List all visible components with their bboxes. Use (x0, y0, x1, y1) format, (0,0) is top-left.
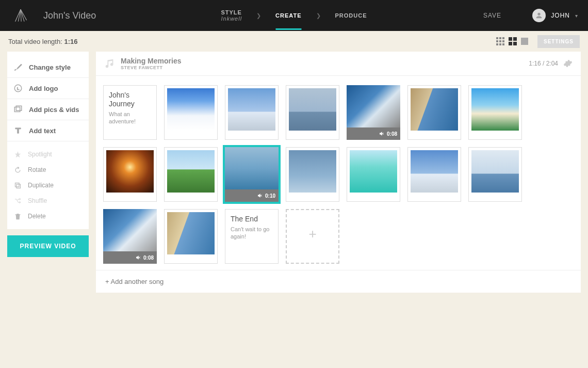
top-bar: John's Video STYLE Inkwell ❯ CREATE ❯ PR… (0, 0, 588, 31)
user-name: JOHN (551, 12, 570, 19)
gear-icon[interactable] (563, 59, 573, 68)
plus-icon: + (308, 226, 316, 242)
view-small-grid-icon[interactable] (496, 37, 504, 45)
subheader: Total video length: 1:16 SETTINGS (0, 31, 588, 52)
clip-photo[interactable] (468, 147, 522, 202)
sidebar-spotlight: Spotlight (7, 147, 89, 162)
user-menu[interactable]: JOHN ▾ (532, 9, 578, 22)
sidebar-duplicate[interactable]: Duplicate (7, 178, 89, 193)
avatar-icon (532, 9, 546, 22)
song-artist: STEVE FAWCETT (121, 65, 181, 70)
storyboard-panel: Making Memories STEVE FAWCETT 1:16 / 2:0… (96, 52, 581, 293)
svg-rect-2 (14, 107, 20, 112)
save-button[interactable]: SAVE (483, 12, 501, 19)
sidebar-change-style[interactable]: Change style (7, 57, 89, 78)
svg-rect-3 (16, 106, 22, 110)
logo-icon: L (13, 84, 23, 93)
clip-photo[interactable] (347, 147, 400, 202)
clip-outro-card[interactable]: The End Can't wait to go again! (225, 209, 279, 264)
preview-video-button[interactable]: PREVIEW VIDEO (7, 235, 89, 257)
add-clip-button[interactable]: + (286, 209, 339, 264)
text-icon (13, 126, 23, 135)
clip-photo[interactable] (225, 85, 279, 140)
star-icon (13, 150, 22, 158)
chevron-down-icon: ▾ (575, 13, 578, 19)
music-icon (104, 58, 116, 69)
clip-title-card[interactable]: John's Journey What an adventure! (103, 85, 157, 140)
clip-video-selected[interactable]: 0:10 (225, 147, 279, 202)
svg-rect-5 (17, 184, 21, 188)
images-icon (13, 105, 23, 114)
trash-icon (13, 212, 22, 220)
song-header: Making Memories STEVE FAWCETT 1:16 / 2:0… (96, 52, 581, 76)
add-another-song-button[interactable]: + Add another song (96, 270, 581, 293)
view-large-grid-icon[interactable] (521, 38, 528, 45)
svg-rect-4 (15, 183, 19, 187)
clip-video[interactable]: 0:08 (347, 85, 400, 140)
shuffle-icon (13, 197, 22, 205)
svg-text:L: L (17, 86, 20, 91)
brush-icon (13, 62, 23, 72)
song-title[interactable]: Making Memories (121, 57, 181, 65)
settings-button[interactable]: SETTINGS (537, 35, 580, 48)
step-create[interactable]: CREATE (275, 12, 301, 19)
chevron-right-icon: ❯ (316, 12, 321, 19)
sidebar: Change style L Add logo Add pics & vids … (7, 52, 89, 293)
step-style[interactable]: STYLE Inkwell (221, 9, 242, 22)
clip-photo[interactable] (468, 85, 522, 140)
song-duration: 1:16 / 2:04 (529, 60, 558, 67)
clip-photo[interactable] (164, 85, 218, 140)
clip-photo[interactable] (164, 147, 218, 202)
mute-icon (257, 193, 263, 199)
video-title[interactable]: John's Video (43, 10, 96, 21)
sidebar-delete[interactable]: Delete (7, 209, 89, 224)
view-medium-grid-icon[interactable] (509, 37, 517, 45)
clip-photo[interactable] (407, 147, 461, 202)
sidebar-add-pics[interactable]: Add pics & vids (7, 99, 89, 120)
clip-photo[interactable] (286, 85, 339, 140)
clip-photo[interactable] (164, 209, 218, 264)
clip-photo[interactable] (103, 147, 157, 202)
sidebar-shuffle: Shuffle (7, 193, 89, 209)
step-produce[interactable]: PRODUCE (335, 12, 367, 19)
rotate-icon (13, 166, 22, 174)
sidebar-rotate[interactable]: Rotate (7, 162, 89, 178)
app-logo-icon[interactable] (13, 8, 28, 23)
sidebar-add-logo[interactable]: L Add logo (7, 78, 89, 99)
clip-grid: John's Journey What an adventure! 0:08 (96, 76, 581, 268)
sidebar-add-text[interactable]: Add text (7, 120, 89, 141)
clip-photo[interactable] (407, 85, 461, 140)
clip-photo[interactable] (286, 147, 339, 202)
clip-video[interactable]: 0:08 (103, 209, 157, 264)
mute-icon (135, 254, 141, 261)
workflow-steps: STYLE Inkwell ❯ CREATE ❯ PRODUCE (221, 0, 367, 31)
total-length-label: Total video length: 1:16 (8, 38, 77, 45)
mute-icon (379, 131, 385, 137)
duplicate-icon (13, 181, 22, 189)
chevron-right-icon: ❯ (256, 12, 261, 19)
